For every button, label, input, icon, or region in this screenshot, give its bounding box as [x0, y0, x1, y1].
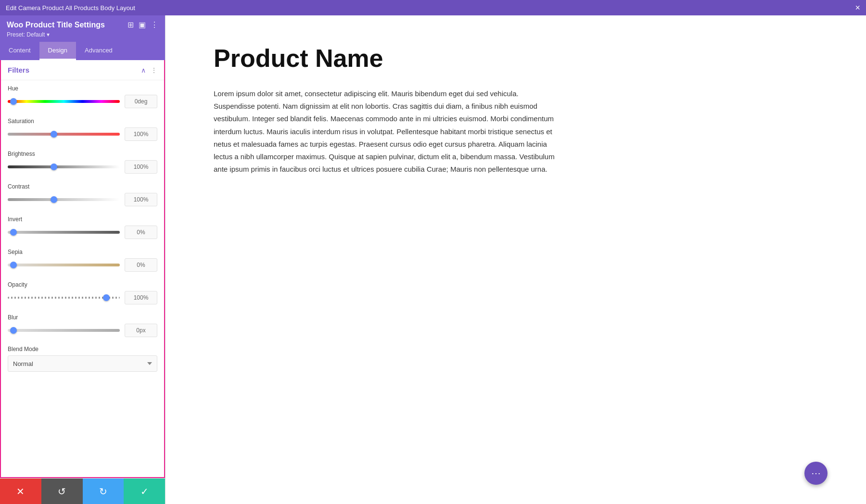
bottom-bar: ✕ ↺ ↻ ✓ [0, 478, 165, 504]
filters-title: Filters [8, 66, 29, 74]
preset-selector[interactable]: Preset: Default ▾ [7, 31, 158, 42]
redo-button[interactable]: ↻ [83, 479, 124, 504]
opacity-label: Opacity [8, 281, 157, 288]
filters-header-icons: ∧ ⋮ [141, 66, 157, 74]
blend-mode-label: Blend Mode [8, 346, 157, 353]
filters-panel: Filters ∧ ⋮ Hue 0deg Satur [0, 60, 165, 478]
blend-mode-row: Blend Mode Normal Multiply Screen Overla… [1, 342, 164, 378]
contrast-value[interactable]: 100% [125, 193, 157, 206]
filters-menu-icon[interactable]: ⋮ [151, 66, 157, 74]
saturation-slider[interactable] [8, 129, 120, 139]
contrast-label: Contrast [8, 183, 157, 190]
tabs-row: Content Design Advanced [0, 42, 165, 60]
filter-saturation: Saturation 100% [1, 113, 164, 146]
opacity-value[interactable]: 100% [125, 291, 157, 304]
hue-value[interactable]: 0deg [125, 95, 157, 108]
blend-mode-select[interactable]: Normal Multiply Screen Overlay Darken Li… [8, 355, 157, 372]
redo-icon: ↻ [99, 486, 107, 497]
invert-value[interactable]: 0% [125, 226, 157, 239]
collapse-icon[interactable]: ∧ [141, 66, 146, 74]
saturation-value[interactable]: 100% [125, 127, 157, 141]
opacity-slider[interactable] [8, 293, 120, 302]
sidebar-icons: ⊞ ▣ ⋮ [127, 20, 158, 29]
sepia-label: Sepia [8, 249, 157, 255]
blur-slider[interactable] [8, 326, 120, 335]
sepia-slider[interactable] [8, 260, 120, 270]
tab-design[interactable]: Design [39, 42, 76, 60]
save-icon: ✓ [140, 486, 149, 497]
tab-advanced[interactable]: Advanced [76, 42, 121, 60]
filters-header: Filters ∧ ⋮ [1, 60, 164, 80]
filter-contrast: Contrast 100% [1, 178, 164, 211]
sidebar-header: Woo Product Title Settings ⊞ ▣ ⋮ Preset:… [0, 15, 165, 42]
sidebar-title: Woo Product Title Settings [7, 21, 105, 29]
fab-button[interactable]: ⋯ [804, 462, 828, 485]
undo-button[interactable]: ↺ [41, 479, 83, 504]
invert-slider[interactable] [8, 227, 120, 237]
hue-slider[interactable] [8, 97, 120, 106]
blur-label: Blur [8, 314, 157, 321]
top-bar: Edit Camera Product All Products Body La… [0, 0, 866, 15]
save-button[interactable]: ✓ [124, 479, 165, 504]
contrast-slider[interactable] [8, 195, 120, 204]
hue-label: Hue [8, 85, 157, 92]
blur-value[interactable]: 0px [125, 324, 157, 337]
sidebar: Woo Product Title Settings ⊞ ▣ ⋮ Preset:… [0, 15, 166, 504]
brightness-value[interactable]: 100% [125, 160, 157, 174]
filter-blur: Blur 0px [1, 309, 164, 342]
product-name: Product Name [214, 44, 818, 73]
columns-icon[interactable]: ▣ [139, 20, 146, 29]
content-area: Product Name Lorem ipsum dolor sit amet,… [166, 15, 866, 504]
undo-icon: ↺ [58, 486, 66, 497]
filter-opacity: Opacity 100% [1, 277, 164, 309]
filter-sepia: Sepia 0% [1, 244, 164, 277]
fab-icon: ⋯ [811, 467, 821, 479]
filter-hue: Hue 0deg [1, 80, 164, 113]
invert-label: Invert [8, 216, 157, 223]
saturation-label: Saturation [8, 118, 157, 125]
tab-content[interactable]: Content [0, 42, 39, 60]
cancel-button[interactable]: ✕ [0, 479, 41, 504]
maximize-icon[interactable]: ⊞ [127, 20, 134, 29]
brightness-slider[interactable] [8, 162, 120, 172]
more-options-icon[interactable]: ⋮ [151, 20, 158, 29]
close-icon[interactable]: × [855, 3, 860, 13]
brightness-label: Brightness [8, 151, 157, 157]
product-description: Lorem ipsum dolor sit amet, consectetur … [214, 88, 560, 176]
sepia-value[interactable]: 0% [125, 258, 157, 272]
filter-invert: Invert 0% [1, 211, 164, 244]
filter-brightness: Brightness 100% [1, 146, 164, 178]
main-layout: Woo Product Title Settings ⊞ ▣ ⋮ Preset:… [0, 15, 866, 504]
cancel-icon: ✕ [16, 486, 25, 497]
top-bar-title: Edit Camera Product All Products Body La… [6, 4, 135, 12]
